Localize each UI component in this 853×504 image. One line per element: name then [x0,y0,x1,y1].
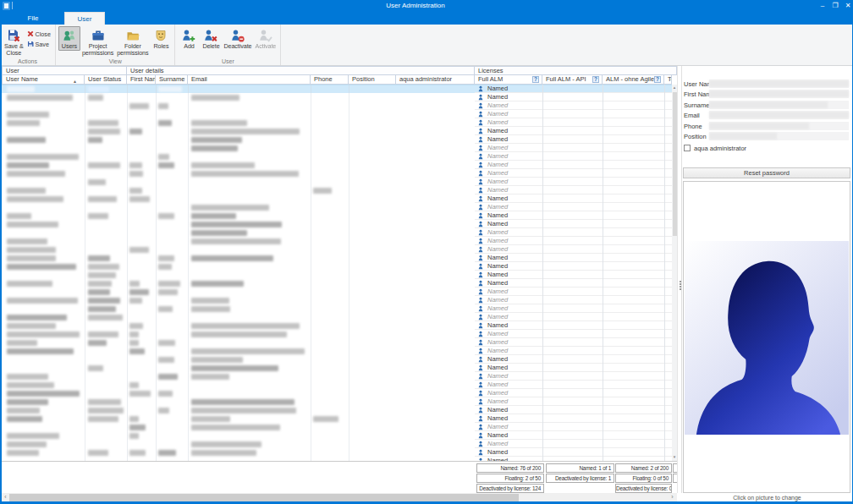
column-header-surname[interactable]: Surname [156,75,188,85]
license-row[interactable]: Named [475,271,672,279]
license-row[interactable]: Named [475,338,672,347]
license-row[interactable]: Named [475,211,672,220]
user-picture[interactable] [683,181,850,493]
license-type-label: Named [487,338,508,346]
column-header-full-alm-api[interactable]: Full ALM - API? [542,75,603,85]
column-header-alm-ohne-agile[interactable]: ALM - ohne Agile? [603,75,664,85]
scroll-right-icon[interactable]: › [669,493,676,501]
license-row[interactable]: Named [475,423,672,431]
minimize-button[interactable]: – [817,1,828,10]
license-row[interactable]: Named [475,110,672,118]
close-button[interactable]: Close [25,29,52,39]
table-horizontal-scrollbar[interactable]: ‹ › [2,493,677,501]
license-row[interactable]: Named [475,254,672,262]
redacted-cell [88,120,118,126]
column-header-phone[interactable]: Phone [311,75,349,85]
license-row[interactable]: Named [475,127,672,135]
license-row[interactable]: Named [475,186,672,194]
license-row[interactable]: Named [475,448,672,457]
license-row[interactable]: Named [475,440,672,448]
restore-button[interactable]: ❐ [830,1,840,10]
license-row[interactable]: Named [475,364,672,372]
group-header-user[interactable]: User [2,66,127,75]
add-button[interactable]: Add [178,26,200,50]
license-row[interactable]: Named [475,372,672,381]
license-row[interactable]: Named [475,178,672,186]
user-silhouette-image[interactable] [685,241,849,435]
user-table-rows-redacted[interactable] [2,85,475,461]
license-row[interactable]: Named [475,152,672,161]
deactivate-button[interactable]: Deactivate [222,26,253,50]
delete-button[interactable]: Delete [200,26,222,50]
tab-file[interactable]: File [12,12,54,25]
reset-password-button[interactable]: Reset password [683,167,850,178]
license-row[interactable]: Named [475,203,672,211]
field-value-redacted[interactable] [709,90,849,98]
roles-button[interactable]: Roles [150,26,172,50]
column-header-email[interactable]: Email [188,75,311,85]
license-row[interactable]: Named [475,414,672,423]
license-row[interactable]: Named [475,237,672,245]
license-row[interactable]: Named [475,288,672,296]
aqua-administrator-checkbox[interactable] [684,145,691,151]
license-row[interactable]: Named [475,93,672,101]
license-row[interactable]: Named [475,330,672,338]
field-value-redacted[interactable] [709,132,849,140]
redacted-cell [7,416,42,422]
project-permissions-button[interactable]: Projectpermissions [80,26,115,57]
redacted-cell [88,306,116,312]
field-value-redacted[interactable] [709,101,849,109]
license-row[interactable]: Named [475,321,672,330]
column-header-full-alm[interactable]: Full ALM? [475,75,542,85]
group-header-licenses[interactable]: Licenses [475,66,677,75]
license-row[interactable]: Named [475,194,672,203]
license-row[interactable]: Named [475,135,672,144]
save-button[interactable]: Save [25,39,52,49]
license-row[interactable]: Named [475,304,672,313]
license-row[interactable]: Named [475,347,672,355]
scroll-left-icon[interactable]: ‹ [2,493,9,501]
license-row[interactable]: Named [475,355,672,364]
column-header-aqua-administrator[interactable]: aqua administrator [396,75,475,85]
column-header-position[interactable]: Position [349,75,396,85]
license-row[interactable]: Named [475,262,672,271]
column-header-first-name[interactable]: First Name [127,75,156,85]
field-value-redacted[interactable] [709,79,849,88]
license-row[interactable]: Named [475,228,672,237]
column-header-user-status[interactable]: User Status [85,75,127,85]
group-header-user-details[interactable]: User details [127,66,475,75]
folder-permissions-button[interactable]: Folderpermissions [115,26,150,57]
license-row[interactable]: Named [475,144,672,152]
license-row[interactable]: Named [475,406,672,414]
license-row[interactable]: Named [475,161,672,169]
horizontal-scroll-thumb[interactable] [9,494,519,501]
license-row[interactable]: Named [475,85,672,93]
license-grid-line [542,85,543,461]
column-header-tes[interactable]: Tes [664,75,672,85]
license-row[interactable]: Named [475,296,672,304]
license-row[interactable]: Named [475,279,672,288]
license-row[interactable]: Named [475,118,672,127]
users-button[interactable]: Users [58,26,80,51]
redacted-cell [158,306,173,312]
column-header-user-name[interactable]: User Name▲ [2,75,85,85]
license-row[interactable]: Named [475,397,672,406]
delete-user-icon [204,29,217,42]
save---close-button[interactable]: Save &Close [3,26,25,57]
field-value-redacted[interactable] [709,122,849,130]
license-row[interactable]: Named [475,381,672,389]
license-row[interactable]: Named [475,245,672,254]
license-row[interactable]: Named [475,220,672,228]
help-icon[interactable]: ? [592,76,599,83]
help-icon[interactable]: ? [532,76,539,83]
tab-user[interactable]: User [64,12,105,25]
license-row[interactable]: Named [475,431,672,440]
license-row[interactable]: Named [475,389,672,397]
activate-button[interactable]: Activate [253,26,278,50]
license-row[interactable]: Named [475,313,672,321]
license-row[interactable]: Named [475,101,672,110]
field-value-redacted[interactable] [709,111,849,119]
vertical-scroll-thumb[interactable] [673,92,677,236]
license-row[interactable]: Named [475,169,672,178]
help-icon[interactable]: ? [654,76,661,83]
